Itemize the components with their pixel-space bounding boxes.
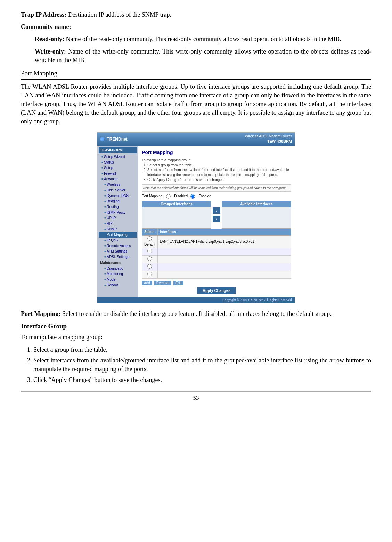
available-interfaces-panel: Available Interfaces <box>222 201 291 229</box>
screenshot-footer: Copyright © 2009 TRENDnet. All Rights Re… <box>97 297 295 303</box>
interface-group-steps: Select a group from the table. Select in… <box>33 345 371 385</box>
write-only-label: Write-only: <box>35 48 66 55</box>
sidebar-setup[interactable]: Setup <box>99 165 137 171</box>
read-only-label: Read-only: <box>35 35 64 42</box>
enabled-label: Enabled <box>198 194 211 199</box>
sidebar-dns-server[interactable]: DNS Server <box>99 188 137 193</box>
sidebar-mode[interactable]: Mode <box>99 277 137 282</box>
empty-interfaces-cell-3 <box>157 256 291 263</box>
select-header: Select <box>142 229 158 236</box>
sidebar-wireless[interactable]: Wireless <box>99 182 137 188</box>
port-mapping-section-title: Port Mapping <box>21 69 371 80</box>
sidebar-upnp[interactable]: UPnP <box>99 215 137 221</box>
arrow-column: › ‹ <box>211 201 222 229</box>
sidebar-bridging[interactable]: Bridging <box>99 199 137 204</box>
row4-radio[interactable] <box>147 264 152 269</box>
available-panel-title: Available Interfaces <box>222 201 291 207</box>
empty-interfaces-cell-4 <box>157 263 291 271</box>
router-screenshot-container: ◉ TRENDnet Wireless ADSL Modem Router TE… <box>21 132 371 303</box>
add-button[interactable]: Add <box>142 281 152 285</box>
trap-ip-paragraph: Trap IP Address: Destination IP address … <box>21 10 371 19</box>
sidebar-routing[interactable]: Routing <box>99 204 137 210</box>
disabled-label: Disabled <box>174 194 188 199</box>
sidebar-reboot[interactable]: Reboot <box>99 282 137 288</box>
empty-select-cell <box>142 248 158 256</box>
sidebar-diagnostic[interactable]: Diagnostic <box>99 266 137 271</box>
table-row-4 <box>142 263 291 271</box>
row3-radio[interactable] <box>147 256 152 261</box>
port-mapping-enable-label: Port Mapping: <box>142 194 163 199</box>
community-name-label: Community name: <box>21 23 71 30</box>
grouped-panel-title: Grouped Interfaces <box>142 201 211 207</box>
apply-changes-button[interactable]: Apply Changes <box>197 287 236 294</box>
sidebar-remote-access[interactable]: Remote Access <box>99 243 137 249</box>
screenshot-titlebar: ◉ TRENDnet Wireless ADSL Modem Router TE… <box>97 133 295 145</box>
sidebar-rip[interactable]: RIP <box>99 221 137 226</box>
port-mapping-desc-text: Select to enable or disable the interfac… <box>61 310 332 317</box>
interfaces-header: Interfaces <box>157 229 291 236</box>
default-interfaces-cell: LAN4,LAN3,LAN2,LAN1,wlan0,vap0,vap1,vap2… <box>157 236 291 248</box>
empty-select-cell-3 <box>142 256 158 263</box>
instruction-item-2: Select interfaces from the available/gro… <box>147 168 291 177</box>
sidebar-ip-qos[interactable]: IP QoS <box>99 238 137 243</box>
interface-group-intro: To manipulate a mapping group: <box>21 333 371 342</box>
screenshot-note: Note that the selected interfaces will b… <box>142 184 291 192</box>
interface-table: Select Interfaces Default LAN4,LAN3,LAN2… <box>142 229 291 279</box>
sidebar-firewall[interactable]: Firewall <box>99 171 137 176</box>
sidebar-dynamic-dns[interactable]: Dynamic DNS <box>99 193 137 199</box>
router-screenshot: ◉ TRENDnet Wireless ADSL Modem Router TE… <box>97 132 295 303</box>
port-mapping-desc-label: Port Mapping: <box>21 310 61 317</box>
community-name-content: Read-only: Name of the read-only communi… <box>35 35 371 65</box>
page-number: 53 <box>21 391 371 402</box>
table-row-2 <box>142 248 291 256</box>
instructions-list: Select a group from the table. Select in… <box>147 163 291 182</box>
disabled-radio[interactable] <box>166 194 171 199</box>
default-select-cell: Default <box>142 236 158 248</box>
port-mapping-desc: Port Mapping: Select to enable or disabl… <box>21 310 371 318</box>
row5-radio[interactable] <box>147 272 152 276</box>
community-name-header: Community name: <box>21 23 371 31</box>
empty-select-cell-4 <box>142 263 158 271</box>
default-row-radio[interactable] <box>147 236 152 241</box>
sidebar-maintenance-section: Maintenance <box>99 260 137 266</box>
sidebar-port-mapping[interactable]: Port Mapping <box>99 232 137 238</box>
sidebar-adsl-settings[interactable]: ADSL Settings <box>99 254 137 260</box>
screenshot-main-title: Port Mapping <box>142 149 291 156</box>
instruction-item-1: Select a group from the table. <box>147 163 291 168</box>
interface-panels-row: Grouped Interfaces › ‹ Available Interfa… <box>142 201 291 229</box>
sidebar-setup-wizard[interactable]: Setup Wizard <box>99 154 137 160</box>
action-buttons-row: Add Remove Edit <box>142 281 291 285</box>
sidebar-advance[interactable]: Advance <box>99 176 137 182</box>
instructions-title: To manipulate a mapping group: <box>142 158 291 163</box>
table-header-row: Select Interfaces <box>142 229 291 236</box>
write-only-para: Write-only: Name of the write-only commu… <box>35 47 371 65</box>
step-2: Select interfaces from the available/gro… <box>33 356 371 374</box>
read-only-para: Read-only: Name of the read-only communi… <box>35 35 371 43</box>
table-row-5 <box>142 271 291 279</box>
sidebar-monitoring[interactable]: Monitoring <box>99 271 137 277</box>
apply-row: Apply Changes <box>142 287 291 294</box>
sidebar-igmp-proxy[interactable]: IGMP Proxy <box>99 210 137 215</box>
read-only-text: Name of the read-only community. This re… <box>64 35 341 42</box>
empty-select-cell-5 <box>142 271 158 279</box>
available-panel-body <box>222 207 291 228</box>
remove-button[interactable]: Remove <box>154 281 171 285</box>
trap-ip-text: Destination IP address of the SNMP trap. <box>66 11 171 18</box>
trap-ip-label: Trap IP Address: <box>21 11 66 18</box>
interface-table-body: Default LAN4,LAN3,LAN2,LAN1,wlan0,vap0,v… <box>142 236 291 279</box>
interface-table-head: Select Interfaces <box>142 229 291 236</box>
sidebar-atm-settings[interactable]: ATM Settings <box>99 249 137 254</box>
arrow-right-button[interactable]: › <box>213 207 220 214</box>
row2-radio[interactable] <box>147 249 152 253</box>
step-3: Click “Apply Changes” button to save the… <box>33 376 371 384</box>
step-1: Select a group from the table. <box>33 345 371 354</box>
arrow-left-button[interactable]: ‹ <box>213 216 220 222</box>
sidebar-status[interactable]: Status <box>99 160 137 165</box>
enabled-radio[interactable] <box>190 194 195 199</box>
interface-group-title: Interface Group <box>21 322 371 331</box>
grouped-interfaces-panel: Grouped Interfaces <box>142 201 211 229</box>
screenshot-model: Wireless ADSL Modem Router TEW-436BRM <box>245 134 292 144</box>
empty-interfaces-cell <box>157 248 291 256</box>
sidebar-snmp[interactable]: SNMP <box>99 226 137 232</box>
edit-button[interactable]: Edit <box>173 281 183 285</box>
